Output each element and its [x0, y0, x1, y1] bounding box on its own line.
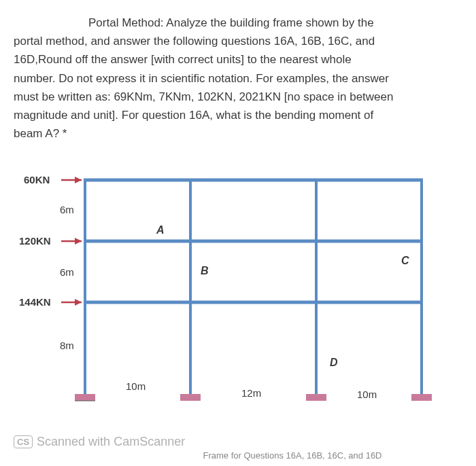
arrow-144kn [61, 299, 82, 306]
svg-rect-10 [306, 394, 326, 401]
arrow-60kn [61, 177, 82, 183]
svg-marker-15 [75, 238, 82, 245]
figure-caption: Frame for Questions 16A, 16B, 16C, and 1… [14, 450, 462, 461]
load-top-value: 60KN [24, 174, 50, 185]
height-mid: 6m [60, 266, 74, 278]
svg-rect-9 [180, 394, 201, 401]
support-3 [306, 394, 326, 401]
span-right: 10m [357, 389, 377, 400]
svg-marker-13 [75, 177, 82, 183]
frame-svg [14, 170, 449, 428]
label-B: B [201, 265, 209, 277]
q-line5: must be written as: 69KNm, 7KNm, 102KN, … [14, 90, 393, 103]
span-left: 10m [126, 380, 146, 392]
q-line1: Portal Method: Analyze the building fram… [14, 16, 374, 29]
cs-badge-icon: CS [14, 435, 33, 448]
load-top-label: 60KN [24, 174, 50, 185]
scanner-footer: CS Scanned with CamScanner [14, 435, 462, 449]
frame-diagram: 60KN 120KN 144KN 6m 6m 8m 10m 12m 10m A … [14, 170, 449, 428]
svg-rect-7 [75, 394, 95, 401]
load-bot-value: 144KN [19, 296, 51, 308]
load-bot-label: 144KN [19, 296, 51, 308]
support-4 [411, 394, 432, 401]
load-mid-label: 120KN [19, 235, 51, 247]
q-line3: 16D,Round off the answer [with correct u… [14, 53, 352, 66]
span-mid: 12m [241, 387, 261, 399]
q-line7: beam A? * [14, 127, 67, 140]
svg-rect-11 [411, 394, 432, 401]
arrow-120kn [61, 238, 82, 245]
label-C: C [401, 255, 409, 267]
scanner-text: Scanned with CamScanner [37, 435, 185, 449]
label-A: A [156, 224, 165, 236]
question-text: Portal Method: Analyze the building fram… [14, 14, 462, 143]
q-line6: magnitude and unit]. For question 16A, w… [14, 109, 373, 122]
load-mid-value: 120KN [19, 235, 51, 247]
height-top: 6m [60, 204, 74, 215]
q-line4: number. Do not express it in scientific … [14, 72, 389, 85]
svg-marker-17 [75, 299, 82, 306]
height-bot: 8m [60, 340, 74, 351]
label-D: D [330, 357, 338, 369]
q-line2: portal method, and answer the following … [14, 35, 375, 48]
support-1 [75, 394, 95, 401]
support-2 [180, 394, 201, 401]
